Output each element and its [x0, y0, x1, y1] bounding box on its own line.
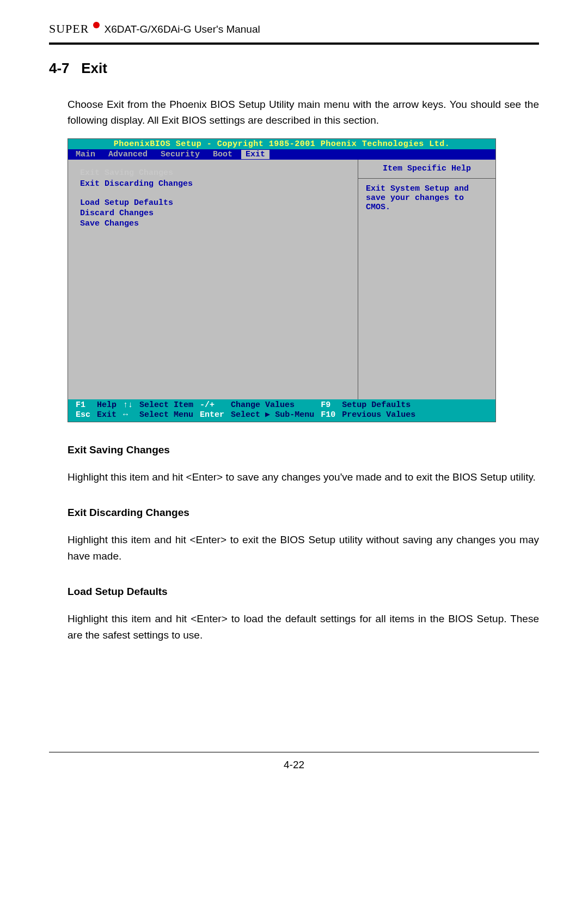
bios-help-text: Exit System Setup and save your changes …: [358, 179, 495, 218]
key-f10: F10: [317, 410, 339, 420]
page-number: 4-22: [49, 759, 539, 771]
subbody-exit-discarding: Highlight this item and hit <Enter> to e…: [68, 532, 539, 564]
bios-title-bar: PhoenixBIOS Setup - Copyright 1985-2001 …: [68, 139, 495, 149]
bios-menu-bar: Main Advanced Security Boot Exit: [68, 149, 495, 160]
desc-select-submenu: Select ▶ Sub-Menu: [228, 410, 317, 420]
key-f9: F9: [317, 400, 339, 410]
bios-screenshot: PhoenixBIOS Setup - Copyright 1985-2001 …: [68, 138, 496, 422]
key-enter: Enter: [197, 410, 228, 420]
key-esc: Esc: [72, 410, 94, 420]
key-updown: ↑↓: [120, 400, 136, 410]
bios-menu-item-exit-saving[interactable]: Exit Saving Changes: [80, 168, 173, 178]
page: SUPER X6DAT-G/X6DAi-G User's Manual 4-7 …: [49, 0, 539, 872]
bios-menu-item-load-defaults[interactable]: Load Setup Defaults: [80, 198, 352, 208]
header-rule: [49, 42, 539, 45]
desc-previous-values: Previous Values: [339, 410, 419, 420]
key-f1: F1: [72, 400, 94, 410]
desc-select-item: Select Item: [136, 400, 197, 410]
manual-title: X6DAT-G/X6DAi-G User's Manual: [104, 23, 260, 35]
bios-tab-advanced[interactable]: Advanced: [104, 150, 156, 159]
bios-menu-item-save-changes[interactable]: Save Changes: [80, 219, 352, 228]
page-header: SUPER X6DAT-G/X6DAi-G User's Manual: [49, 22, 539, 40]
subhead-load-defaults: Load Setup Defaults: [68, 586, 539, 598]
desc-exit: Exit: [94, 410, 120, 420]
section-number: 4-7: [49, 60, 70, 76]
subbody-exit-saving: Highlight this item and hit <Enter> to s…: [68, 469, 539, 485]
bios-help-pane: Item Specific Help Exit System Setup and…: [358, 160, 495, 399]
bios-footer-row-1: F1 Help ↑↓ Select Item -/+ Change Values…: [72, 400, 419, 410]
subbody-load-defaults: Highlight this item and hit <Enter> to l…: [68, 611, 539, 643]
bios-tab-main[interactable]: Main: [71, 150, 104, 159]
brand-dot-icon: [93, 22, 100, 28]
intro-paragraph: Choose Exit from the Phoenix BIOS Setup …: [68, 96, 539, 129]
desc-change-values: Change Values: [228, 400, 317, 410]
key-leftright: ↔: [120, 410, 136, 420]
section-title: 4-7 Exit: [49, 60, 539, 77]
bios-menu-item-discard-changes[interactable]: Discard Changes: [80, 209, 352, 218]
bios-help-title: Item Specific Help: [358, 160, 495, 178]
bios-footer: F1 Help ↑↓ Select Item -/+ Change Values…: [68, 399, 495, 422]
bios-menu-pane: Exit Saving Changes Exit Discarding Chan…: [68, 160, 358, 399]
bios-footer-row-2: Esc Exit ↔ Select Menu Enter Select ▶ Su…: [72, 410, 419, 420]
desc-setup-defaults: Setup Defaults: [339, 400, 419, 410]
desc-help: Help: [94, 400, 120, 410]
key-plusminus: -/+: [197, 400, 228, 410]
subhead-exit-saving: Exit Saving Changes: [68, 444, 539, 456]
bios-tab-security[interactable]: Security: [156, 150, 209, 159]
bios-menu-item-exit-discarding[interactable]: Exit Discarding Changes: [80, 179, 352, 189]
bios-tab-boot[interactable]: Boot: [209, 150, 241, 159]
bios-tab-exit[interactable]: Exit: [241, 150, 270, 159]
desc-select-menu: Select Menu: [136, 410, 197, 420]
brand-logo: SUPER: [49, 22, 89, 36]
subhead-exit-discarding: Exit Discarding Changes: [68, 507, 539, 519]
bios-body: Exit Saving Changes Exit Discarding Chan…: [68, 160, 495, 399]
footer-rule: [49, 752, 539, 752]
section-name: Exit: [81, 60, 107, 76]
